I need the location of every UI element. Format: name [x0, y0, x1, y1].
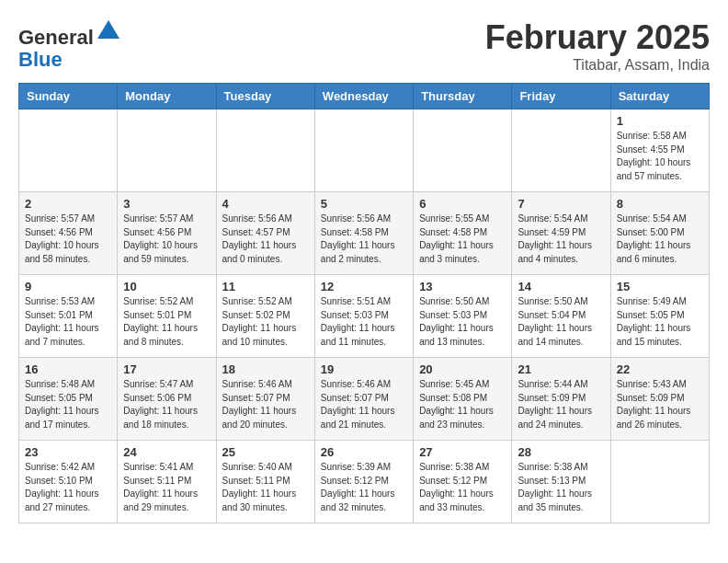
- day-number: 11: [222, 280, 309, 293]
- day-info: Sunrise: 5:58 AM Sunset: 4:55 PM Dayligh…: [617, 130, 703, 183]
- day-info: Sunrise: 5:49 AM Sunset: 5:05 PM Dayligh…: [617, 295, 703, 349]
- calendar-cell: 14Sunrise: 5:50 AM Sunset: 5:04 PM Dayli…: [512, 275, 610, 358]
- month-title: February 2025: [485, 18, 710, 57]
- day-number: 20: [419, 362, 506, 376]
- day-info: Sunrise: 5:46 AM Sunset: 5:07 PM Dayligh…: [321, 378, 407, 431]
- day-info: Sunrise: 5:55 AM Sunset: 4:58 PM Dayligh…: [419, 213, 506, 266]
- calendar-cell: [414, 109, 512, 192]
- day-number: 2: [25, 197, 111, 211]
- calendar-cell: [610, 441, 709, 523]
- calendar-cell: [118, 109, 216, 192]
- logo-icon: [96, 18, 121, 44]
- title-block: February 2025 Titabar, Assam, India: [485, 18, 710, 74]
- day-info: Sunrise: 5:50 AM Sunset: 5:04 PM Dayligh…: [518, 295, 604, 349]
- calendar-cell: 24Sunrise: 5:41 AM Sunset: 5:11 PM Dayli…: [118, 441, 216, 523]
- calendar-cell: 3Sunrise: 5:57 AM Sunset: 4:56 PM Daylig…: [118, 192, 216, 275]
- day-info: Sunrise: 5:46 AM Sunset: 5:07 PM Dayligh…: [222, 378, 309, 431]
- calendar-cell: 4Sunrise: 5:56 AM Sunset: 4:57 PM Daylig…: [216, 192, 314, 275]
- calendar-cell: 11Sunrise: 5:52 AM Sunset: 5:02 PM Dayli…: [216, 275, 314, 358]
- calendar-cell: 6Sunrise: 5:55 AM Sunset: 4:58 PM Daylig…: [414, 192, 512, 275]
- day-number: 13: [419, 280, 506, 293]
- day-info: Sunrise: 5:57 AM Sunset: 4:56 PM Dayligh…: [123, 213, 210, 266]
- day-info: Sunrise: 5:45 AM Sunset: 5:08 PM Dayligh…: [419, 378, 506, 431]
- day-info: Sunrise: 5:47 AM Sunset: 5:06 PM Dayligh…: [123, 378, 210, 431]
- calendar-cell: [216, 109, 314, 192]
- day-number: 9: [25, 280, 111, 293]
- calendar-table: SundayMondayTuesdayWednesdayThursdayFrid…: [18, 83, 710, 523]
- day-number: 6: [419, 197, 506, 211]
- calendar-header-row: SundayMondayTuesdayWednesdayThursdayFrid…: [19, 84, 710, 109]
- day-number: 3: [123, 197, 210, 211]
- day-info: Sunrise: 5:57 AM Sunset: 4:56 PM Dayligh…: [25, 213, 111, 266]
- day-info: Sunrise: 5:38 AM Sunset: 5:13 PM Dayligh…: [518, 461, 604, 514]
- calendar-cell: 27Sunrise: 5:38 AM Sunset: 5:12 PM Dayli…: [414, 441, 512, 523]
- calendar-week-row: 9Sunrise: 5:53 AM Sunset: 5:01 PM Daylig…: [19, 275, 710, 358]
- calendar-cell: 15Sunrise: 5:49 AM Sunset: 5:05 PM Dayli…: [610, 275, 709, 358]
- day-info: Sunrise: 5:48 AM Sunset: 5:05 PM Dayligh…: [25, 378, 111, 431]
- day-number: 18: [222, 362, 309, 376]
- calendar-day-header: Wednesday: [314, 84, 413, 109]
- calendar-cell: [314, 109, 413, 192]
- calendar-day-header: Saturday: [610, 84, 709, 109]
- calendar-week-row: 23Sunrise: 5:42 AM Sunset: 5:10 PM Dayli…: [19, 441, 710, 523]
- logo-blue: Blue: [18, 48, 63, 71]
- calendar-cell: 8Sunrise: 5:54 AM Sunset: 5:00 PM Daylig…: [610, 192, 709, 275]
- day-number: 14: [518, 280, 604, 293]
- day-info: Sunrise: 5:40 AM Sunset: 5:11 PM Dayligh…: [222, 461, 309, 514]
- day-info: Sunrise: 5:50 AM Sunset: 5:03 PM Dayligh…: [419, 295, 506, 349]
- calendar-cell: 16Sunrise: 5:48 AM Sunset: 5:05 PM Dayli…: [19, 358, 118, 441]
- day-number: 24: [123, 445, 210, 459]
- calendar-cell: 9Sunrise: 5:53 AM Sunset: 5:01 PM Daylig…: [19, 275, 118, 358]
- calendar-cell: 17Sunrise: 5:47 AM Sunset: 5:06 PM Dayli…: [118, 358, 216, 441]
- day-info: Sunrise: 5:54 AM Sunset: 5:00 PM Dayligh…: [617, 213, 703, 266]
- calendar-day-header: Tuesday: [216, 84, 314, 109]
- calendar-cell: 23Sunrise: 5:42 AM Sunset: 5:10 PM Dayli…: [19, 441, 118, 523]
- day-info: Sunrise: 5:44 AM Sunset: 5:09 PM Dayligh…: [518, 378, 604, 431]
- logo: General Blue: [18, 18, 121, 71]
- calendar-cell: [512, 109, 610, 192]
- day-number: 10: [123, 280, 210, 293]
- calendar-day-header: Sunday: [19, 84, 118, 109]
- day-number: 22: [617, 362, 703, 376]
- calendar-cell: 21Sunrise: 5:44 AM Sunset: 5:09 PM Dayli…: [512, 358, 610, 441]
- calendar-week-row: 16Sunrise: 5:48 AM Sunset: 5:05 PM Dayli…: [19, 358, 710, 441]
- day-info: Sunrise: 5:52 AM Sunset: 5:02 PM Dayligh…: [222, 295, 309, 349]
- day-number: 1: [617, 114, 703, 128]
- calendar-cell: 2Sunrise: 5:57 AM Sunset: 4:56 PM Daylig…: [19, 192, 118, 275]
- calendar-cell: 18Sunrise: 5:46 AM Sunset: 5:07 PM Dayli…: [216, 358, 314, 441]
- day-number: 4: [222, 197, 309, 211]
- day-info: Sunrise: 5:51 AM Sunset: 5:03 PM Dayligh…: [321, 295, 407, 349]
- location-subtitle: Titabar, Assam, India: [485, 57, 710, 74]
- calendar-cell: 26Sunrise: 5:39 AM Sunset: 5:12 PM Dayli…: [314, 441, 413, 523]
- day-number: 26: [321, 445, 407, 459]
- calendar-cell: 13Sunrise: 5:50 AM Sunset: 5:03 PM Dayli…: [414, 275, 512, 358]
- calendar-week-row: 2Sunrise: 5:57 AM Sunset: 4:56 PM Daylig…: [19, 192, 710, 275]
- calendar-cell: 7Sunrise: 5:54 AM Sunset: 4:59 PM Daylig…: [512, 192, 610, 275]
- day-number: 17: [123, 362, 210, 376]
- day-number: 15: [617, 280, 703, 293]
- day-number: 21: [518, 362, 604, 376]
- day-info: Sunrise: 5:53 AM Sunset: 5:01 PM Dayligh…: [25, 295, 111, 349]
- calendar-cell: 1Sunrise: 5:58 AM Sunset: 4:55 PM Daylig…: [610, 109, 709, 192]
- day-info: Sunrise: 5:52 AM Sunset: 5:01 PM Dayligh…: [123, 295, 210, 349]
- day-info: Sunrise: 5:43 AM Sunset: 5:09 PM Dayligh…: [617, 378, 703, 431]
- day-info: Sunrise: 5:41 AM Sunset: 5:11 PM Dayligh…: [123, 461, 210, 514]
- day-number: 19: [321, 362, 407, 376]
- calendar-cell: 12Sunrise: 5:51 AM Sunset: 5:03 PM Dayli…: [314, 275, 413, 358]
- day-number: 12: [321, 280, 407, 293]
- calendar-week-row: 1Sunrise: 5:58 AM Sunset: 4:55 PM Daylig…: [19, 109, 710, 192]
- calendar-cell: 19Sunrise: 5:46 AM Sunset: 5:07 PM Dayli…: [314, 358, 413, 441]
- day-number: 25: [222, 445, 309, 459]
- day-info: Sunrise: 5:54 AM Sunset: 4:59 PM Dayligh…: [518, 213, 604, 266]
- day-info: Sunrise: 5:56 AM Sunset: 4:57 PM Dayligh…: [222, 213, 309, 266]
- logo-general: General: [18, 26, 94, 49]
- day-info: Sunrise: 5:42 AM Sunset: 5:10 PM Dayligh…: [25, 461, 111, 514]
- day-number: 8: [617, 197, 703, 211]
- day-info: Sunrise: 5:56 AM Sunset: 4:58 PM Dayligh…: [321, 213, 407, 266]
- day-number: 23: [25, 445, 111, 459]
- calendar-cell: 20Sunrise: 5:45 AM Sunset: 5:08 PM Dayli…: [414, 358, 512, 441]
- page-header: General Blue February 2025 Titabar, Assa…: [18, 18, 710, 74]
- day-number: 27: [419, 445, 506, 459]
- svg-marker-0: [97, 20, 119, 39]
- calendar-cell: 22Sunrise: 5:43 AM Sunset: 5:09 PM Dayli…: [610, 358, 709, 441]
